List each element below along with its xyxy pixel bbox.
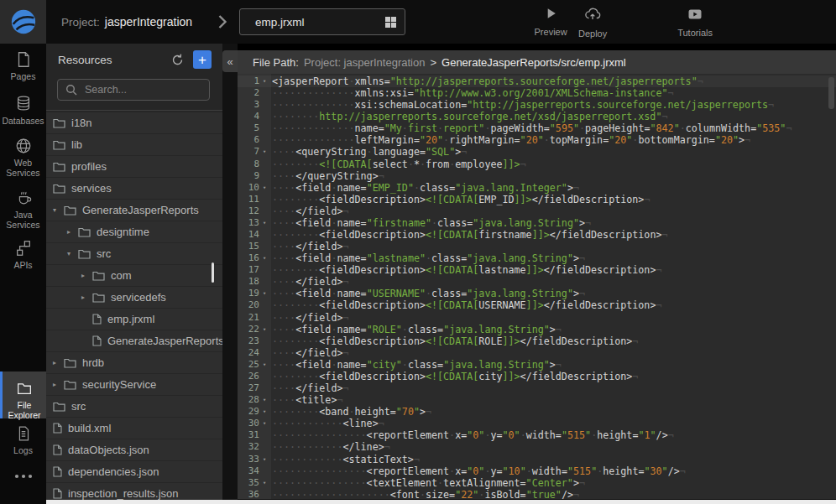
- tree-item-dataobjects-json[interactable]: dataObjects.json: [46, 439, 222, 460]
- fold-arrow-icon[interactable]: ▾: [259, 418, 269, 429]
- fold-arrow-icon[interactable]: ▾: [259, 288, 269, 299]
- code-text[interactable]: ········<fieldDescription><![CDATA[city]…: [272, 371, 638, 382]
- sidebar-item-more[interactable]: [0, 472, 46, 481]
- preview-button[interactable]: Preview: [530, 5, 572, 39]
- tutorials-button[interactable]: Tutorials: [674, 6, 716, 38]
- code-text[interactable]: ········<fieldDescription><![CDATA[ROLE]…: [272, 335, 638, 347]
- code-text[interactable]: ····</field>: [272, 241, 349, 252]
- sidebar-item-apis[interactable]: APIs: [0, 239, 46, 270]
- tree-item-i18n[interactable]: i18n: [46, 112, 222, 133]
- code-text[interactable]: ··············xmlns:xsi="http://www.w3.o…: [272, 87, 674, 99]
- code-text[interactable]: ····<field·name="city"·class="java.lang.…: [272, 359, 562, 371]
- code-text[interactable]: ····<field·name="firstname"·class="java.…: [272, 217, 591, 229]
- fold-arrow-icon[interactable]: ▾: [259, 217, 269, 229]
- sidebar-item-databases[interactable]: Databases: [0, 95, 46, 126]
- tree-item-designtime[interactable]: ▸designtime: [46, 221, 222, 242]
- sidebar-item-logs[interactable]: Logs: [0, 424, 46, 455]
- code-text[interactable]: ········<fieldDescription><![CDATA[EMP_I…: [272, 194, 650, 205]
- fold-arrow-icon[interactable]: ▾: [259, 394, 269, 406]
- code-text[interactable]: ····<field·name="EMP_ID"·class="java.lan…: [272, 182, 579, 194]
- fold-arrow-icon[interactable]: ▾: [259, 146, 269, 158]
- tree-item-build-xml[interactable]: build.xml: [46, 418, 222, 439]
- app-logo[interactable]: [0, 0, 46, 44]
- code-text[interactable]: ····················<font·size="22"·isBo…: [272, 489, 579, 499]
- code-line: 17········<fieldDescription><![CDATA[las…: [238, 264, 836, 276]
- code-text[interactable]: ··············leftMargin="20"·rightMargi…: [272, 134, 750, 146]
- code-text[interactable]: ················<textElement·textAlignme…: [272, 477, 585, 489]
- grid-icon[interactable]: [385, 17, 396, 28]
- horizontal-scrollbar[interactable]: [46, 500, 836, 504]
- chevron-right-icon[interactable]: ▸: [53, 381, 64, 388]
- code-text[interactable]: ····</field>: [272, 276, 349, 288]
- add-resource-button[interactable]: +: [193, 50, 212, 69]
- tree-scrollbar[interactable]: [212, 262, 214, 283]
- code-text[interactable]: ····</queryString>: [272, 170, 384, 182]
- fold-arrow-icon[interactable]: ▾: [259, 359, 269, 371]
- sidebar-item-java-services[interactable]: Java Services: [0, 189, 46, 230]
- code-text[interactable]: ············<line>: [272, 418, 384, 429]
- fold-arrow-icon[interactable]: ▾: [259, 477, 269, 489]
- code-text[interactable]: ········<band·height="70">: [272, 406, 431, 418]
- chevron-down-icon[interactable]: ▾: [53, 206, 64, 214]
- code-text[interactable]: ····</field>: [272, 205, 349, 217]
- code-text[interactable]: ····</field>: [272, 382, 349, 394]
- search-input[interactable]: [83, 83, 196, 96]
- sidebar-item-pages[interactable]: Pages: [0, 50, 46, 81]
- tree-item-services[interactable]: services: [46, 178, 222, 199]
- chevron-down-icon[interactable]: ▾: [67, 250, 78, 257]
- sidebar-item-file-explorer[interactable]: File Explorer: [0, 372, 46, 418]
- code-text[interactable]: ········<fieldDescription><![CDATA[first…: [272, 229, 668, 241]
- code-text[interactable]: ············</line>: [272, 441, 390, 453]
- tree-item-emp-jrxml[interactable]: emp.jrxml: [46, 309, 222, 330]
- search-box[interactable]: [57, 79, 210, 101]
- code-text[interactable]: ··············name="My·first·report"·pag…: [272, 122, 792, 134]
- tree-item-profiles[interactable]: profiles: [46, 156, 222, 177]
- fold-arrow-icon[interactable]: ▾: [259, 252, 269, 264]
- code-text[interactable]: ········<fieldDescription><![CDATA[USERN…: [272, 299, 661, 311]
- code-text[interactable]: <jasperReport·xmlns="http://jasperreport…: [272, 75, 703, 87]
- tree-item-lib[interactable]: lib: [46, 134, 222, 155]
- file-selector[interactable]: emp.jrxml: [239, 8, 405, 35]
- code-text[interactable]: ····</field>: [272, 347, 349, 359]
- tree-item-servicedefs[interactable]: ▸servicedefs: [46, 287, 222, 308]
- refresh-button[interactable]: [170, 53, 185, 67]
- deploy-button[interactable]: Deploy: [572, 5, 614, 39]
- code-text[interactable]: ····<field·name="USERNAME"·class="java.l…: [272, 288, 585, 299]
- tree-item-dependencies-json[interactable]: dependencies.json: [46, 461, 222, 482]
- code-text[interactable]: ··············xsi:schemaLocation="http:/…: [272, 99, 774, 111]
- editor-scrollbar[interactable]: [828, 77, 834, 109]
- code-text[interactable]: ····<queryString·language="SQL">: [272, 146, 467, 158]
- code-text[interactable]: ················<reportElement·x="0"·y="…: [272, 465, 686, 477]
- fold-arrow-icon[interactable]: ▾: [259, 406, 269, 418]
- tree-item-generatejasperreports-s[interactable]: GenerateJasperReports.s: [46, 330, 222, 351]
- fold-arrow-icon[interactable]: ▾: [259, 182, 269, 194]
- code-text[interactable]: ········<fieldDescription><![CDATA[lastn…: [272, 264, 661, 276]
- code-text[interactable]: ····<field·name="ROLE"·class="java.lang.…: [272, 324, 562, 335]
- code-text[interactable]: ····</field>: [272, 312, 349, 324]
- tree-item-hrdb[interactable]: ▸hrdb: [46, 352, 222, 373]
- chevron-right-icon[interactable]: ▸: [81, 272, 92, 279]
- chevron-right-icon[interactable]: ▸: [53, 359, 64, 366]
- chevron-right-icon[interactable]: ▸: [67, 228, 78, 236]
- fold-arrow-icon[interactable]: ▾: [259, 324, 269, 335]
- code-text[interactable]: ········<![CDATA[select·*·from·employee]…: [272, 158, 526, 170]
- tree-item-com[interactable]: ▸com: [46, 265, 222, 286]
- code-editor[interactable]: 1▾<jasperReport·xmlns="http://jasperrepo…: [238, 74, 836, 499]
- tree-item-securityservice[interactable]: ▸securityService: [46, 374, 222, 395]
- fold-spacer: [259, 429, 269, 441]
- file-icon: [92, 314, 102, 325]
- code-text[interactable]: ····<title>: [272, 394, 342, 406]
- code-text[interactable]: ················<reportElement·x="0"·y="…: [272, 429, 674, 441]
- collapse-panel-button[interactable]: «: [222, 50, 238, 72]
- fold-arrow-icon[interactable]: ▾: [259, 75, 269, 87]
- tree-item-src[interactable]: src: [46, 396, 222, 417]
- code-text[interactable]: ····<field·name="lastname"·class="java.l…: [272, 252, 585, 264]
- code-line: 16▾····<field·name="lastname"·class="jav…: [238, 252, 836, 264]
- tree-item-generatejasperreports[interactable]: ▾GenerateJasperReports: [46, 200, 222, 221]
- code-text[interactable]: ········http://jasperreports.sourceforge…: [272, 111, 667, 122]
- fold-arrow-icon[interactable]: ▾: [259, 454, 269, 465]
- code-text[interactable]: ············<staticText>: [272, 454, 420, 465]
- chevron-right-icon[interactable]: ▸: [81, 294, 92, 301]
- tree-item-src[interactable]: ▾src: [46, 243, 222, 264]
- sidebar-item-web-services[interactable]: Web Services: [0, 137, 46, 178]
